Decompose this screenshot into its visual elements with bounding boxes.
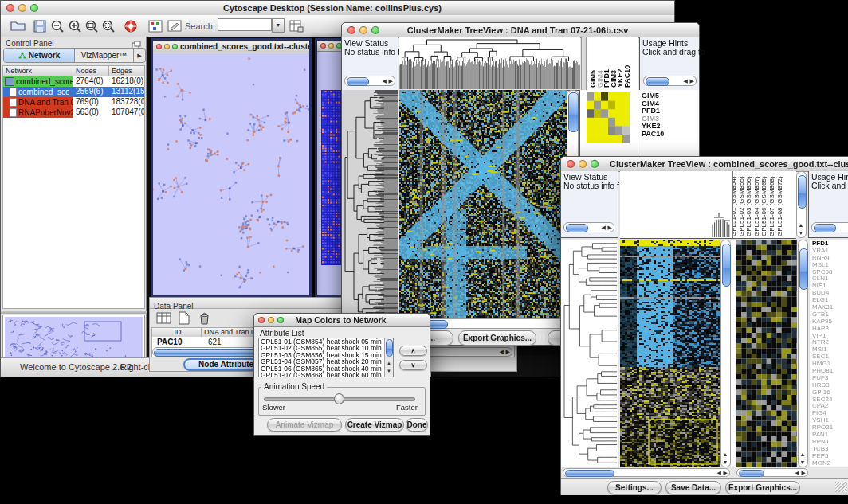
zoom-window-icon[interactable] (172, 44, 178, 49)
animate-vizmap-button[interactable]: Animate Vizmap (267, 418, 342, 432)
treeview1-titlebar[interactable]: ClusterMaker TreeView : DNA and Tran 07-… (342, 23, 699, 38)
save-icon[interactable] (31, 18, 49, 34)
move-down-button[interactable]: ∨ (399, 360, 427, 370)
minimize-icon[interactable] (164, 44, 170, 49)
gene-label[interactable]: MON2 (810, 460, 848, 467)
export-graphics-button[interactable]: Export Graphics... (458, 330, 536, 346)
column-header-network[interactable]: Network (3, 66, 73, 76)
treeview2-row-dendrogram[interactable] (561, 240, 618, 467)
scroll-up-icon[interactable]: ▲ (387, 361, 391, 366)
minimize-icon[interactable] (268, 317, 274, 323)
global-overview-heatmap[interactable] (587, 92, 630, 143)
scroll-up-icon[interactable]: ▲ (723, 451, 728, 457)
search-input[interactable] (218, 18, 272, 31)
scroll-right-icon[interactable]: ▶ (802, 470, 806, 475)
scroll-left-icon[interactable]: ◀ (500, 349, 504, 354)
scroll-up-icon[interactable]: ▲ (800, 451, 806, 457)
speed-slider-thumb[interactable] (334, 393, 344, 404)
view-status-scrollbar[interactable]: ◀▶ (563, 222, 614, 232)
zoom-horizontal-scrollbar[interactable]: ◀▶ (736, 468, 808, 477)
treeview1-heatmap[interactable] (399, 90, 567, 318)
global-horizontal-scrollbar[interactable]: ◀▶ (563, 468, 730, 477)
minimize-icon[interactable] (328, 43, 334, 49)
vizmap-icon[interactable] (147, 18, 164, 34)
attribute-list-item[interactable]: GPL51-01 (GSM854) heat shock 05 min (259, 338, 383, 345)
zoom-in-icon[interactable] (66, 18, 84, 34)
network-row[interactable]: DNA and Tran 07769(0)183728(0) (3, 97, 144, 107)
scroll-right-icon[interactable]: ▶ (724, 470, 728, 475)
attribute-browser-icon[interactable] (288, 18, 305, 34)
scroll-down-icon[interactable]: ▼ (799, 230, 804, 236)
network-window-titlebar[interactable]: combined_scores_good.txt--cluste... (153, 41, 309, 53)
close-icon[interactable] (6, 4, 14, 12)
scrollbar-thumb[interactable] (347, 77, 369, 86)
scrollbar-thumb[interactable] (722, 244, 731, 287)
treeview2-global-heatmap[interactable] (620, 240, 720, 467)
view-status-scrollbar[interactable]: ◀▶ (344, 76, 395, 86)
scrollbar-thumb[interactable] (799, 248, 808, 290)
treeview1-column-dendrogram[interactable] (399, 37, 580, 91)
attribute-list-item[interactable]: GPL51-06 (GSM865) heat shock 40 min (259, 365, 383, 372)
scroll-down-icon[interactable]: ▼ (800, 459, 806, 465)
column-header-nodes[interactable]: Nodes (73, 66, 109, 76)
done-button[interactable]: Done (406, 418, 428, 432)
minimize-icon[interactable] (18, 4, 26, 12)
treeview1-row-dendrogram[interactable] (342, 90, 398, 318)
settings-button[interactable]: Settings... (607, 481, 662, 494)
panel-splitter[interactable] (1, 311, 147, 314)
minimize-icon[interactable] (579, 160, 587, 168)
move-up-button[interactable]: ∧ (399, 346, 427, 356)
scroll-left-icon[interactable]: ◀ (602, 225, 606, 230)
network-row[interactable]: combined_sco2569(6)13112(15) (3, 87, 144, 97)
scrollbar-thumb[interactable] (565, 470, 614, 477)
grid-network-canvas[interactable] (321, 90, 342, 265)
scrollbar-thumb[interactable] (646, 77, 669, 86)
treeview2-zoom-heatmap[interactable] (736, 240, 797, 467)
global-heatmap-scrollbar[interactable]: ▲▼ (720, 240, 731, 467)
scroll-right-icon[interactable]: ▶ (690, 78, 694, 84)
scroll-right-icon[interactable]: ▶ (389, 78, 393, 84)
annotation-icon[interactable] (166, 18, 183, 34)
attribute-list-scrollbar[interactable]: ▲ ▼ (384, 338, 393, 377)
network-row[interactable]: RNAPuberNov2+563(0)107847(0) (3, 107, 144, 118)
scroll-left-icon[interactable]: ◀ (795, 470, 799, 475)
scrollbar-thumb[interactable] (386, 339, 393, 357)
column-header-id[interactable]: ID (152, 328, 202, 337)
zoom-fit-icon[interactable] (83, 18, 100, 34)
desktop-titlebar[interactable]: Cytoscape Desktop (Session Name: collins… (1, 1, 674, 16)
scroll-left-icon[interactable]: ◀ (717, 470, 721, 475)
minimize-icon[interactable] (359, 26, 367, 34)
attribute-list-item[interactable]: GPL51-07 (GSM868) heat shock 60 min (259, 372, 383, 377)
zoom-out-icon[interactable] (49, 18, 66, 34)
zoom-window-icon[interactable] (30, 4, 38, 12)
treeview2-titlebar[interactable]: ClusterMaker TreeView : combined_scores_… (561, 157, 848, 172)
resize-grip-icon[interactable] (835, 482, 847, 492)
close-icon[interactable] (258, 317, 265, 323)
scroll-up-icon[interactable]: ▲ (799, 222, 804, 228)
column-labels-scrollbar[interactable]: ▲▼ (796, 171, 807, 238)
column-header-edges[interactable]: Edges (109, 66, 144, 76)
attribute-list-item[interactable]: GPL51-02 (GSM855) heat shock 10 min (259, 345, 383, 351)
treeview2-column-dendrogram[interactable] (620, 171, 732, 239)
scroll-down-icon[interactable]: ▼ (387, 369, 391, 374)
save-data-button[interactable]: Save Data... (665, 481, 721, 494)
zoom-window-icon[interactable] (277, 317, 284, 323)
scroll-left-icon[interactable]: ◀ (684, 78, 688, 84)
tab-network[interactable]: Network (4, 49, 75, 62)
attribute-list-item[interactable]: GPL51-03 (GSM856) heat shock 15 min (259, 352, 383, 358)
dendrogram-scrollbar-sliver[interactable] (581, 37, 587, 90)
select-attributes-icon[interactable] (156, 311, 172, 328)
dialog-titlebar[interactable]: Map Colors to Network (254, 314, 430, 327)
usage-hints-scrollbar[interactable]: ◀▶ (643, 76, 697, 86)
attribute-list-item[interactable]: GPL51-04 (GSM857) heat shock 20 min (259, 358, 383, 365)
create-vizmap-button[interactable]: Create Vizmap (345, 418, 404, 432)
close-icon[interactable] (347, 26, 355, 34)
network-row[interactable]: combined_scores2764(0)16218(0) (3, 76, 144, 87)
new-attribute-icon[interactable] (178, 311, 190, 328)
zoom-heatmap-scrollbar[interactable]: ▲▼ (798, 240, 808, 467)
scroll-down-icon[interactable]: ▼ (723, 459, 728, 465)
zoom-window-icon[interactable] (371, 26, 379, 34)
scrollbar-thumb[interactable] (566, 224, 588, 232)
network-graph-canvas[interactable] (153, 53, 309, 295)
tab-overflow-icon[interactable]: ▶ (133, 49, 145, 62)
